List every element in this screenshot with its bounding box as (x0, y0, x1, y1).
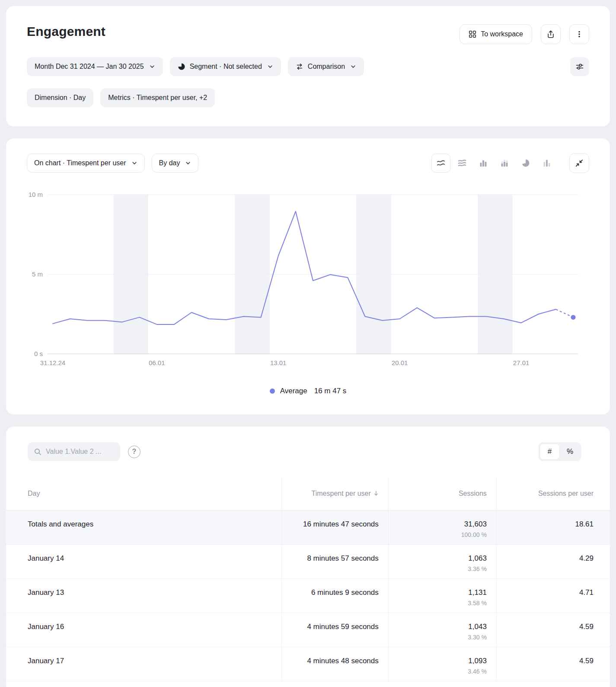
comparison-icon (296, 63, 303, 71)
chevron-down-icon (267, 64, 273, 70)
page-title: Engagement (27, 24, 105, 39)
collapse-icon (575, 159, 584, 167)
timespent-cell: 4 minutes 48 seconds (281, 647, 388, 681)
help-button[interactable]: ? (128, 446, 140, 458)
sessions-per-user-cell: 4.59 (496, 613, 610, 647)
period-filter-label: Month Dec 31 2024 — Jan 30 2025 (35, 63, 144, 71)
table-row[interactable]: January 174 minutes 48 seconds1,0933.46 … (6, 647, 610, 681)
granularity-select[interactable]: By day (152, 154, 199, 173)
table-card: ? # % DayTimespent per userSessionsSessi… (6, 427, 610, 687)
search-box[interactable] (28, 442, 120, 461)
format-toggle: # % (538, 442, 581, 461)
sessions-value: 1,131 (389, 588, 487, 597)
timespent-cell: 8 minutes 57 seconds (281, 544, 388, 578)
line-chart-type-button[interactable] (431, 154, 450, 173)
column-header-label: Day (28, 490, 40, 497)
metrics-table: DayTimespent per userSessionsSessions pe… (6, 478, 610, 681)
column-chart-icon (542, 158, 552, 168)
table-row[interactable]: January 164 minutes 59 seconds1,0433.30 … (6, 613, 610, 647)
chart-card: On chart · Timespent per user By day (6, 138, 610, 414)
export-button[interactable] (541, 24, 561, 44)
search-icon (34, 448, 41, 456)
chevron-down-icon (350, 64, 356, 70)
timespent-cell: 4 minutes 59 seconds (281, 613, 388, 647)
metrics-chip-label: Metrics · Timespent per user, +2 (108, 94, 207, 102)
chart-type-switcher (431, 154, 556, 173)
percent-format-button[interactable]: % (560, 443, 580, 460)
column-header-sessions[interactable]: Sessions (388, 478, 496, 510)
stacked-area-chart-type-button[interactable] (453, 154, 472, 173)
sessions-cell: 1,0933.46 % (388, 647, 496, 681)
number-format-button[interactable]: # (539, 443, 560, 460)
to-workspace-label: To workspace (481, 30, 523, 38)
to-workspace-button[interactable]: To workspace (460, 24, 532, 44)
day-cell[interactable]: January 17 (6, 647, 281, 681)
collapse-chart-button[interactable] (569, 153, 589, 173)
column-header-day[interactable]: Day (6, 478, 281, 510)
on-chart-select[interactable]: On chart · Timespent per user (27, 154, 145, 173)
segment-filter-label: Segment · Not selected (190, 63, 262, 71)
comparison-filter-chip[interactable]: Comparison (288, 57, 364, 76)
stacked-bar-chart-type-button[interactable] (495, 154, 514, 173)
sessions-cell: 1,1313.58 % (388, 578, 496, 613)
bar-chart-type-button[interactable] (474, 154, 493, 173)
sessions-per-user-cell: 4.29 (496, 544, 610, 578)
day-cell[interactable]: January 14 (6, 544, 281, 578)
svg-text:10 m: 10 m (29, 191, 43, 198)
table-row[interactable]: Totals and averages16 minutes 47 seconds… (6, 510, 610, 544)
sessions-percent: 3.58 % (389, 600, 487, 607)
timespent-cell: 16 minutes 47 seconds (281, 510, 388, 544)
sessions-cell: 1,0433.30 % (388, 613, 496, 647)
svg-text:31.12.24: 31.12.24 (40, 359, 65, 366)
column-header-timespent-per-user[interactable]: Timespent per user (281, 478, 388, 510)
column-chart-type-button[interactable] (537, 154, 556, 173)
table-row[interactable]: January 136 minutes 9 seconds1,1313.58 %… (6, 578, 610, 613)
sessions-percent: 3.36 % (389, 565, 487, 572)
sessions-percent: 3.30 % (389, 634, 487, 641)
day-cell[interactable]: January 16 (6, 613, 281, 647)
column-header-sessions-per-user[interactable]: Sessions per user (496, 478, 610, 510)
segment-filter-chip[interactable]: Segment · Not selected (170, 57, 281, 76)
day-cell[interactable]: Totals and averages (6, 510, 281, 544)
stacked-area-chart-icon (457, 158, 467, 168)
timespent-cell: 6 minutes 9 seconds (281, 578, 388, 613)
comparison-filter-label: Comparison (308, 63, 345, 71)
kebab-menu-icon (575, 30, 583, 38)
period-filter-chip[interactable]: Month Dec 31 2024 — Jan 30 2025 (27, 57, 163, 76)
chevron-down-icon (131, 160, 137, 166)
sessions-cell: 31,603100.00 % (388, 510, 496, 544)
sort-desc-icon (373, 491, 379, 496)
svg-text:06.01: 06.01 (149, 359, 165, 366)
stacked-bar-chart-icon (500, 158, 509, 168)
svg-text:27.01: 27.01 (513, 359, 530, 366)
search-input[interactable] (46, 448, 114, 456)
filter-settings-button[interactable] (570, 57, 589, 76)
dimension-chip-label: Dimension · Day (35, 94, 86, 102)
header-actions: To workspace (460, 24, 589, 44)
svg-text:20.01: 20.01 (392, 359, 408, 366)
sessions-value: 1,043 (389, 623, 487, 631)
segment-pie-icon (178, 63, 185, 71)
column-header-label: Sessions per user (538, 490, 594, 497)
timespent-line-chart[interactable]: 10 m5 m0 s31.12.2406.0113.0120.0127.01 (27, 184, 589, 373)
on-chart-select-label: On chart · Timespent per user (34, 159, 126, 167)
chart-legend-item[interactable]: Average 16 m 47 s (27, 387, 589, 395)
engagement-page: Engagement To workspace (0, 0, 616, 687)
sliders-icon (575, 62, 584, 71)
sessions-value: 31,603 (389, 520, 487, 529)
dimension-chip[interactable]: Dimension · Day (27, 88, 93, 107)
svg-text:5 m: 5 m (32, 270, 43, 278)
day-cell[interactable]: January 13 (6, 578, 281, 613)
granularity-select-label: By day (159, 159, 180, 167)
more-menu-button[interactable] (569, 24, 589, 44)
legend-value: 16 m 47 s (314, 387, 347, 395)
column-header-label: Sessions (459, 490, 487, 497)
sessions-percent: 3.46 % (389, 668, 487, 675)
metrics-chip[interactable]: Metrics · Timespent per user, +2 (100, 88, 215, 107)
sessions-cell: 1,0633.36 % (388, 544, 496, 578)
sessions-per-user-cell: 4.71 (496, 578, 610, 613)
table-row[interactable]: January 148 minutes 57 seconds1,0633.36 … (6, 544, 610, 578)
column-header-label: Timespent per user (312, 490, 371, 497)
workspace-icon (469, 30, 476, 38)
pie-chart-type-button[interactable] (516, 154, 535, 173)
